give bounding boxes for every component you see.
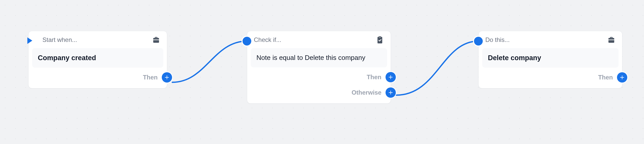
clipboard-check-icon: [376, 36, 384, 44]
node-header-title: Do this...: [485, 36, 510, 43]
add-step-button[interactable]: [386, 72, 396, 82]
add-step-button[interactable]: [162, 72, 172, 83]
entry-dot-check: [243, 37, 251, 46]
node-header-title: Check if...: [254, 36, 281, 43]
node-header: Do this...: [479, 31, 622, 47]
briefcase-icon: [607, 36, 615, 44]
entry-dot-action: [474, 37, 483, 46]
briefcase-icon: [152, 36, 160, 44]
branch-otherwise: Otherwise: [352, 87, 391, 98]
node-body: Note is equal to Delete this company: [251, 48, 387, 67]
branch-then: Then: [598, 72, 622, 83]
node-body-text: Delete company: [488, 53, 613, 62]
node-body-text: Note is equal to Delete this company: [256, 53, 381, 62]
workflow-node-action[interactable]: Do this... Delete company Then: [478, 31, 622, 88]
node-body: Company created: [32, 48, 163, 68]
node-body-text: Company created: [38, 53, 158, 62]
node-footer: Then Otherwise: [247, 71, 391, 103]
branch-then: Then: [367, 72, 391, 82]
branch-label-then: Then: [598, 74, 613, 81]
node-footer: Then: [479, 71, 622, 88]
node-body: Delete company: [482, 48, 619, 68]
play-icon: [26, 37, 33, 46]
workflow-node-check[interactable]: Check if... Note is equal to Delete this…: [247, 31, 391, 104]
node-header: Start when...: [29, 31, 167, 47]
add-step-button[interactable]: [617, 72, 627, 83]
branch-then: Then: [143, 72, 167, 83]
branch-label-then: Then: [143, 74, 158, 81]
node-footer: Then: [29, 71, 167, 88]
branch-label-otherwise: Otherwise: [352, 89, 381, 96]
workflow-node-start[interactable]: Start when... Company created Then: [28, 31, 167, 88]
add-step-button[interactable]: [386, 87, 396, 98]
node-header: Check if...: [247, 31, 391, 47]
branch-label-then: Then: [367, 74, 381, 81]
node-header-title: Start when...: [42, 36, 77, 43]
